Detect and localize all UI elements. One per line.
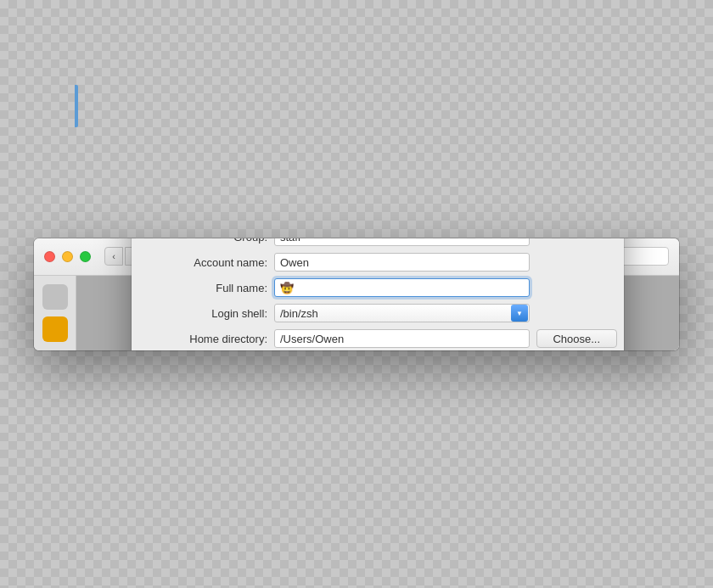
traffic-lights bbox=[44, 251, 91, 262]
choose-button[interactable]: Choose... bbox=[536, 329, 617, 348]
content-area: Advanced Options User: "🤠" WARNING: Chan… bbox=[34, 276, 679, 350]
group-label: Group: bbox=[155, 238, 274, 244]
account-name-input[interactable] bbox=[274, 253, 530, 272]
full-name-input[interactable] bbox=[274, 278, 530, 297]
close-button[interactable] bbox=[44, 251, 55, 262]
maximize-button[interactable] bbox=[80, 251, 91, 262]
login-shell-label: Login shell: bbox=[155, 307, 274, 320]
minimize-button[interactable] bbox=[62, 251, 73, 262]
sidebar-parental-icon[interactable] bbox=[42, 316, 68, 342]
login-shell-select-wrap: /bin/zsh bbox=[274, 304, 530, 322]
full-name-label: Full name: bbox=[155, 282, 274, 294]
dialog-overlay: Advanced Options User: "🤠" WARNING: Chan… bbox=[76, 276, 679, 350]
account-name-label: Account name: bbox=[155, 256, 274, 269]
group-input[interactable] bbox=[274, 238, 530, 247]
form-grid: User ID: Group: Account name: Full name: bbox=[155, 238, 600, 350]
main-panel: Advanced Options User: "🤠" WARNING: Chan… bbox=[76, 276, 679, 350]
login-shell-select[interactable]: /bin/zsh bbox=[274, 304, 530, 322]
main-window: ‹ › Users & Groups 🔍 Search bbox=[34, 238, 679, 350]
home-directory-input[interactable] bbox=[274, 329, 530, 348]
home-directory-label: Home directory: bbox=[155, 333, 274, 345]
sidebar-user-icon[interactable] bbox=[42, 284, 68, 310]
sidebar bbox=[34, 276, 76, 350]
advanced-options-dialog: Advanced Options User: "🤠" WARNING: Chan… bbox=[132, 238, 624, 350]
back-button[interactable]: ‹ bbox=[104, 247, 123, 266]
